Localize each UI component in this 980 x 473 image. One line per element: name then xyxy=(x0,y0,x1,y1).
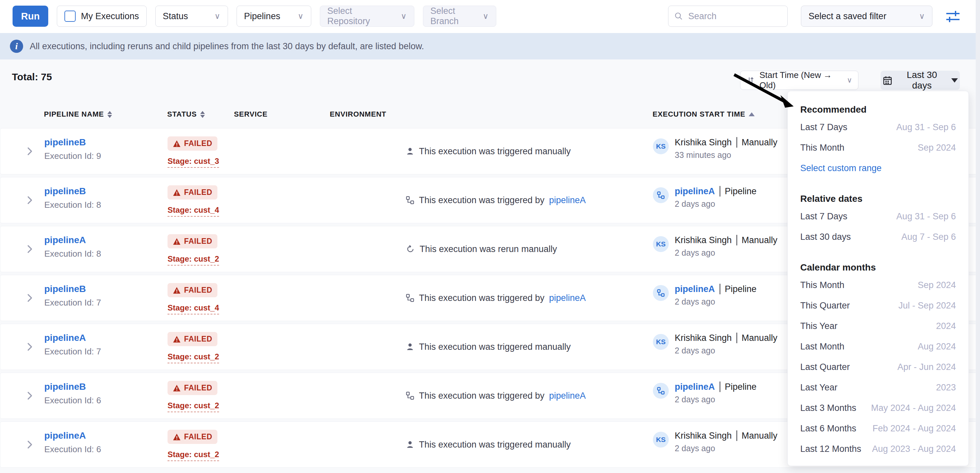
trigger-text: This execution was rerun manually xyxy=(420,244,557,254)
column-header-environment: ENVIRONMENT xyxy=(330,110,652,119)
stage-link[interactable]: Stage: cust_2 xyxy=(167,254,219,265)
avatar-pipeline xyxy=(653,285,669,301)
date-menu-item[interactable]: This Month Sep 2024 xyxy=(800,275,956,295)
expand-chevron-icon[interactable] xyxy=(24,342,34,352)
environment-cell xyxy=(330,324,406,370)
page-scrollbar[interactable] xyxy=(976,0,980,473)
pipeline-name-link[interactable]: pipelineA xyxy=(44,333,167,343)
stage-link[interactable]: Stage: cust_2 xyxy=(167,401,219,412)
status-badge: FAILED xyxy=(167,137,217,151)
pipeline-icon xyxy=(657,191,665,199)
run-button[interactable]: Run xyxy=(13,6,48,27)
expand-chevron-icon[interactable] xyxy=(24,391,34,401)
pipeline-icon xyxy=(657,387,665,395)
date-range-button[interactable]: Last 30 days xyxy=(881,71,960,90)
select-branch-dropdown[interactable]: Select Branch ∨ xyxy=(423,6,496,27)
environment-cell xyxy=(330,226,406,272)
stage-link[interactable]: Stage: cust_2 xyxy=(167,450,219,461)
date-menu-item[interactable]: Last 12 Months Aug 2023 - Aug 2024 xyxy=(800,439,956,459)
starter-pipeline-link[interactable]: pipelineA xyxy=(675,186,715,197)
start-time: 2 days ago xyxy=(675,297,757,306)
my-executions-toggle[interactable]: My Executions xyxy=(57,6,147,27)
sort-toggle-icon[interactable] xyxy=(200,111,205,118)
search-input[interactable] xyxy=(687,11,781,22)
pipeline-icon xyxy=(406,391,414,400)
sort-ascending-icon xyxy=(749,112,755,116)
date-menu-item[interactable]: This Quarter Jul - Sep 2024 xyxy=(800,295,956,316)
date-range-menu: Recommended Last 7 Days Aug 31 - Sep 6 T… xyxy=(788,91,969,466)
trigger-pipeline-link[interactable]: pipelineA xyxy=(549,293,586,303)
warning-icon xyxy=(173,238,181,245)
pipeline-name-link[interactable]: pipelineB xyxy=(44,381,167,392)
info-icon: i xyxy=(10,40,23,53)
trigger-text: This execution was triggered by xyxy=(419,391,544,401)
starter-name: Krishika Singh xyxy=(675,235,732,245)
expand-chevron-icon[interactable] xyxy=(24,195,34,205)
column-header-pipeline-name[interactable]: PIPELINE NAME xyxy=(44,110,167,119)
pipelines-filter-dropdown[interactable]: Pipelines ∨ xyxy=(237,6,311,27)
service-cell xyxy=(234,422,330,467)
starter-name: Krishika Singh xyxy=(675,431,732,441)
start-time: 2 days ago xyxy=(675,395,757,404)
user-icon xyxy=(406,440,414,449)
trigger-text: This execution was triggered manually xyxy=(419,146,571,157)
warning-icon xyxy=(173,140,181,147)
pipelines-filter-label: Pipelines xyxy=(244,11,280,21)
date-menu-section-header: Recommended xyxy=(800,102,956,117)
pipeline-name-link[interactable]: pipelineB xyxy=(44,186,167,197)
sort-toggle-icon[interactable] xyxy=(107,111,112,118)
chevron-down-icon: ∨ xyxy=(919,11,925,21)
expand-chevron-icon[interactable] xyxy=(24,293,34,303)
select-custom-range-link[interactable]: Select custom range xyxy=(800,158,956,178)
stage-link[interactable]: Stage: cust_4 xyxy=(167,303,219,314)
date-menu-item[interactable]: This Month Sep 2024 xyxy=(800,137,956,158)
date-menu-item[interactable]: Last Year 2023 xyxy=(800,377,956,398)
sort-dropdown[interactable]: Start Time (New → Old) ∨ xyxy=(740,71,858,90)
expand-chevron-icon[interactable] xyxy=(24,146,34,156)
search-icon xyxy=(675,11,683,21)
filter-sliders-icon[interactable] xyxy=(946,10,960,23)
my-executions-checkbox[interactable] xyxy=(64,11,76,22)
saved-filter-label: Select a saved filter xyxy=(808,11,886,21)
service-cell xyxy=(234,178,330,223)
date-menu-item[interactable]: This Year 2024 xyxy=(800,316,956,336)
trigger-pipeline-link[interactable]: pipelineA xyxy=(549,391,586,401)
stage-link[interactable]: Stage: cust_2 xyxy=(167,352,219,363)
select-branch-label: Select Branch xyxy=(431,6,477,26)
date-menu-item[interactable]: Last 7 Days Aug 31 - Sep 6 xyxy=(800,117,956,137)
date-menu-item[interactable]: Last 7 Days Aug 31 - Sep 6 xyxy=(800,206,956,227)
starter-pipeline-link[interactable]: pipelineA xyxy=(675,382,715,392)
stage-link[interactable]: Stage: cust_3 xyxy=(167,157,219,168)
status-filter-label: Status xyxy=(163,11,188,21)
pipeline-name-link[interactable]: pipelineA xyxy=(44,235,167,245)
column-header-execution-start-time[interactable]: EXECUTION START TIME xyxy=(652,110,755,119)
date-menu-item[interactable]: Last Month Aug 2024 xyxy=(800,336,956,357)
starter-pipeline-link[interactable]: pipelineA xyxy=(675,284,715,294)
pipeline-name-link[interactable]: pipelineB xyxy=(44,137,167,148)
column-header-service: SERVICE xyxy=(234,110,330,119)
date-menu-item[interactable]: Last 6 Months Feb 2024 - Aug 2024 xyxy=(800,418,956,439)
expand-chevron-icon[interactable] xyxy=(24,440,34,449)
environment-cell xyxy=(330,129,406,174)
starter-name: Krishika Singh xyxy=(675,333,732,343)
user-icon xyxy=(406,147,414,156)
environment-cell xyxy=(330,275,406,321)
starter-name: Krishika Singh xyxy=(675,137,732,148)
date-menu-item[interactable]: Last Quarter Apr - Jun 2024 xyxy=(800,357,956,377)
saved-filter-dropdown[interactable]: Select a saved filter ∨ xyxy=(801,6,932,27)
trigger-type: Manually xyxy=(742,333,778,343)
pipeline-icon xyxy=(406,294,414,302)
date-menu-item[interactable]: Last 30 days Aug 7 - Sep 6 xyxy=(800,227,956,247)
column-header-status[interactable]: STATUS xyxy=(167,110,234,119)
warning-icon xyxy=(173,287,181,294)
trigger-pipeline-link[interactable]: pipelineA xyxy=(549,195,586,205)
date-menu-item[interactable]: Last 3 Months May 2024 - Aug 2024 xyxy=(800,398,956,418)
select-repository-dropdown[interactable]: Select Repository ∨ xyxy=(320,6,414,27)
trigger-type: Pipeline xyxy=(725,284,757,294)
pipeline-name-link[interactable]: pipelineB xyxy=(44,284,167,294)
status-filter-dropdown[interactable]: Status ∨ xyxy=(155,6,228,27)
expand-chevron-icon[interactable] xyxy=(24,244,34,254)
pipeline-name-link[interactable]: pipelineA xyxy=(44,430,167,441)
stage-link[interactable]: Stage: cust_4 xyxy=(167,205,219,217)
divider xyxy=(737,430,737,441)
